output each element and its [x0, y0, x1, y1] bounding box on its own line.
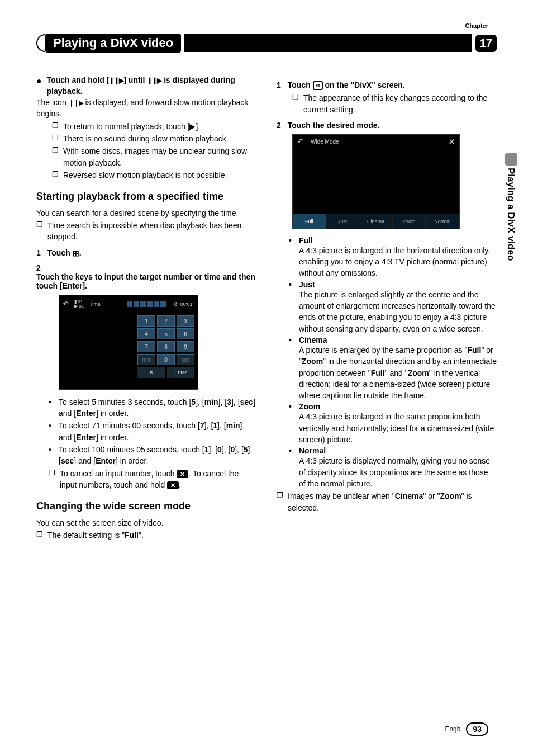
page-number: 93: [466, 722, 488, 736]
note-item: ❐To return to normal playback, touch [▶]…: [52, 121, 256, 132]
key-4[interactable]: 4: [137, 328, 155, 339]
key-sec[interactable]: sec: [177, 354, 194, 365]
note-item: ❐There is no sound during slow motion pl…: [52, 133, 256, 144]
text: ] until: [123, 75, 147, 84]
tab-normal[interactable]: Normal: [426, 214, 459, 229]
mode-full: •Full A 4:3 picture is enlarged in the h…: [289, 236, 497, 279]
note-item: ❐Reversed slow motion playback is not po…: [52, 169, 256, 181]
mode-cinema: •Cinema A picture is enlarged by the sam…: [289, 336, 497, 401]
example-item: • To select 100 minutes 05 seconds, touc…: [49, 444, 256, 467]
track-indicator: ▮ 01▶ 01: [74, 300, 84, 309]
pause-play-icon: ❙❙▶: [109, 76, 123, 86]
key-0[interactable]: 0: [157, 354, 175, 365]
mode-zoom: •Zoom A 4:3 picture is enlarged in the s…: [289, 402, 497, 445]
note-item: ❐ To cancel an input number, touch ✕. To…: [49, 468, 256, 491]
key-9[interactable]: 9: [177, 341, 194, 352]
note-item: ❐ Images may be unclear when "Cinema" or…: [277, 490, 497, 513]
time-label: Time: [89, 301, 101, 307]
footer-lang: Engb: [445, 725, 460, 733]
mode-normal: •Normal A 4:3 picture is displayed norma…: [289, 446, 497, 489]
example-item: • To select 5 minutes 3 seconds, touch […: [49, 396, 256, 419]
title-bar: Playing a DivX video 17: [36, 34, 497, 53]
step-2: 2 Touch the desired mode.: [277, 121, 497, 130]
screenshot-time-input: ↶ ▮ 01▶ 01 Time ⏱ 00'01'' 1 2 3 4 5 6 7 …: [59, 295, 198, 390]
back-icon[interactable]: ↶: [63, 300, 69, 308]
keypad: 1 2 3 4 5 6 7 8 9 min 0 sec ✕ Enter: [137, 315, 194, 378]
wide-mode-icon: ⇔: [313, 81, 323, 90]
tab-cinema[interactable]: Cinema: [359, 214, 393, 229]
note-item: ❐ The appearance of this key changes acc…: [292, 92, 497, 115]
note-item: ❐Time search is impossible when disc pla…: [36, 220, 256, 243]
chapter-number-badge: 17: [475, 35, 497, 52]
side-tab-marker: [505, 153, 517, 166]
key-5[interactable]: 5: [157, 328, 175, 339]
left-column: ● Touch and hold [❙❙▶] until ❙❙▶ is disp…: [36, 75, 256, 542]
text: Touch and hold [: [47, 75, 110, 84]
step-1: 1 Touch ⇔ on the "DivX" screen.: [277, 81, 497, 90]
note-item: ❐With some discs, images may be unclear …: [52, 145, 256, 168]
body-text: You can set the screen size of video.: [36, 517, 256, 528]
close-icon[interactable]: ✕: [449, 138, 455, 146]
key-8[interactable]: 8: [157, 341, 175, 352]
wide-mode-tabs: Full Just Cinema Zoom Normal: [293, 214, 459, 229]
footer: Engb 93: [445, 722, 488, 736]
key-7[interactable]: 7: [137, 341, 155, 352]
screenshot-wide-mode: ↶ Wide Mode ✕ Full Just Cinema Zoom Norm…: [292, 134, 460, 229]
note-item: ❐ The default setting is "Full".: [36, 530, 256, 541]
key-3[interactable]: 3: [177, 315, 194, 327]
example-item: • To select 71 minutes 00 seconds, touch…: [49, 420, 256, 443]
pause-slow-icon: ❙❙▶: [147, 76, 161, 86]
back-icon[interactable]: ↶: [297, 137, 304, 146]
key-2[interactable]: 2: [157, 315, 175, 327]
cancel-icon: ✕: [177, 470, 188, 478]
side-tab-label: Playing a DivX video: [505, 168, 516, 261]
key-1[interactable]: 1: [137, 315, 155, 327]
grid-icon: ⊞: [73, 249, 79, 258]
heading-starting-playback: Starting playback from a specified time: [36, 191, 256, 203]
heading-wide-screen-mode: Changing the wide screen mode: [36, 500, 256, 513]
key-min[interactable]: min: [137, 354, 155, 365]
page-title: Playing a DivX video: [45, 34, 181, 53]
wide-mode-title: Wide Mode: [311, 139, 339, 145]
tab-zoom[interactable]: Zoom: [393, 214, 426, 229]
chapter-label: Chapter: [465, 22, 488, 29]
step-2: 2 Touch the keys to input the target num…: [36, 263, 256, 290]
body-text: The icon ❙❙▶ is displayed, and forward s…: [36, 97, 256, 120]
time-display: [127, 301, 166, 307]
cancel-icon: ✕: [167, 481, 179, 489]
mode-just: •Just The picture is enlarged slightly a…: [289, 280, 497, 334]
key-enter[interactable]: Enter: [167, 367, 195, 378]
key-cancel[interactable]: ✕: [137, 367, 165, 378]
timecode: ⏱ 00'01'': [174, 301, 194, 307]
tab-just[interactable]: Just: [326, 214, 360, 229]
right-column: 1 Touch ⇔ on the "DivX" screen. ❐ The ap…: [277, 75, 497, 542]
key-6[interactable]: 6: [177, 328, 194, 339]
lead-bullet: ● Touch and hold [❙❙▶] until ❙❙▶ is disp…: [36, 75, 256, 97]
step-1: 1 Touch ⊞.: [36, 248, 256, 258]
tab-full[interactable]: Full: [293, 214, 326, 229]
body-text: You can search for a desired scene by sp…: [36, 207, 256, 219]
pause-slow-icon: ❙❙▶: [69, 98, 83, 108]
